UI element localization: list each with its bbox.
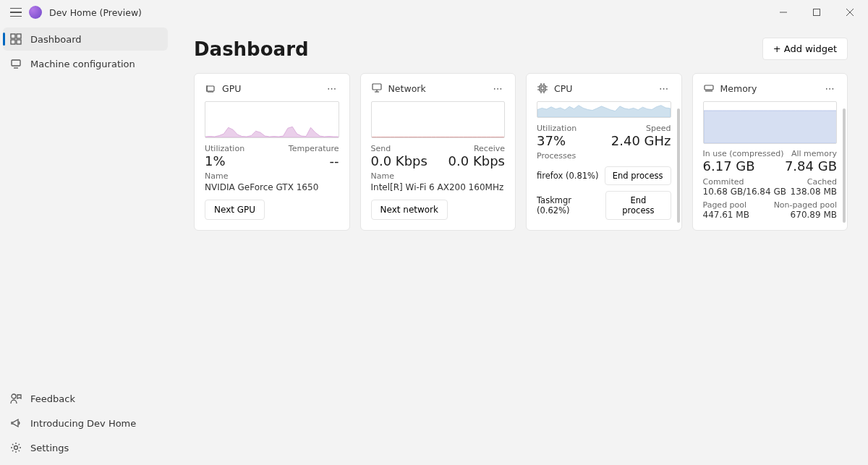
feedback-icon <box>10 393 22 404</box>
titlebar: Dev Home (Preview) <box>0 0 868 25</box>
widget-network: Network ⋯ Send Receive 0.0 Kbps 0.0 Kbps… <box>360 73 516 231</box>
widget-title: Memory <box>720 83 757 94</box>
svg-rect-21 <box>540 85 545 91</box>
net-name-value: Intel[R] Wi-Fi 6 AX200 160MHz <box>371 182 506 192</box>
svg-rect-4 <box>11 34 15 38</box>
sidebar-item-label: Settings <box>30 443 69 453</box>
memory-chart <box>703 101 838 144</box>
cpu-proc-label: Processes <box>537 151 671 161</box>
net-send-value: 0.0 Kbps <box>371 153 427 168</box>
megaphone-icon <box>10 417 22 429</box>
sidebar-item-label: Feedback <box>30 393 75 404</box>
gpu-chart <box>205 101 339 138</box>
memory-scrollbar[interactable] <box>843 108 846 223</box>
gpu-temp-label: Temperature <box>289 144 339 153</box>
widget-title: CPU <box>554 83 572 94</box>
svg-rect-5 <box>17 34 21 38</box>
svg-rect-18 <box>373 84 381 90</box>
cpu-scrollbar[interactable] <box>677 108 680 223</box>
widget-more-icon[interactable]: ⋯ <box>325 81 339 95</box>
sidebar-item-dashboard[interactable]: Dashboard <box>3 27 168 51</box>
mem-cached-value: 138.08 MB <box>791 187 837 197</box>
close-button[interactable] <box>833 0 867 25</box>
gpu-temp-value: -- <box>330 153 339 168</box>
mem-cached-label: Cached <box>807 177 837 187</box>
network-icon <box>371 82 383 94</box>
app-title: Dev Home (Preview) <box>49 7 142 18</box>
cpu-chart <box>537 101 671 118</box>
sidebar-item-label: Dashboard <box>30 34 82 45</box>
cpu-process-name: Taskmgr (0.62%) <box>537 195 605 216</box>
svg-point-11 <box>14 446 18 450</box>
widget-title: GPU <box>222 83 241 94</box>
cpu-speed-value: 2.40 GHz <box>611 133 671 148</box>
svg-rect-12 <box>207 86 214 91</box>
net-recv-value: 0.0 Kbps <box>448 153 505 168</box>
gpu-name-label: Name <box>205 171 339 181</box>
end-process-button[interactable]: End process <box>605 191 671 220</box>
cpu-util-value: 37% <box>537 133 566 148</box>
maximize-button[interactable] <box>800 0 833 25</box>
mem-all-value: 7.84 GB <box>785 158 837 174</box>
app-logo-icon <box>29 6 42 19</box>
widget-more-icon[interactable]: ⋯ <box>490 81 505 95</box>
gpu-name-value: NVIDIA GeForce GTX 1650 <box>205 182 339 192</box>
net-recv-label: Receive <box>474 144 505 153</box>
widget-more-icon[interactable]: ⋯ <box>822 81 837 95</box>
mem-paged-value: 447.61 MB <box>703 210 749 220</box>
sidebar: Dashboard Machine configuration Feedback… <box>0 25 174 465</box>
sidebar-item-machine-config[interactable]: Machine configuration <box>3 52 168 75</box>
mem-inuse-value: 6.17 GB <box>703 158 755 174</box>
svg-point-10 <box>12 394 16 398</box>
next-network-button[interactable]: Next network <box>371 200 448 220</box>
gear-icon <box>10 442 22 453</box>
svg-rect-7 <box>17 40 21 44</box>
mem-paged-label: Paged pool <box>703 200 747 210</box>
widget-more-icon[interactable]: ⋯ <box>657 81 671 95</box>
mem-all-label: All memory <box>791 149 837 158</box>
widget-gpu: GPU ⋯ Utilization Temperature 1% -- Name… <box>194 73 350 231</box>
net-name-label: Name <box>371 171 506 181</box>
mem-nonpaged-label: Non-paged pool <box>774 200 837 210</box>
sidebar-item-intro[interactable]: Introducing Dev Home <box>3 411 168 435</box>
minimize-button[interactable] <box>767 0 800 25</box>
widget-title: Network <box>388 83 426 94</box>
mem-committed-label: Commited <box>703 177 744 187</box>
svg-rect-31 <box>705 85 713 90</box>
end-process-button[interactable]: End process <box>605 166 671 185</box>
sidebar-item-label: Introducing Dev Home <box>30 418 136 429</box>
mem-inuse-label: In use (compressed) <box>703 149 784 158</box>
sidebar-item-settings[interactable]: Settings <box>3 436 168 459</box>
svg-rect-8 <box>12 60 20 66</box>
gpu-util-value: 1% <box>205 153 226 168</box>
network-chart <box>371 101 506 138</box>
svg-rect-22 <box>541 87 544 90</box>
sidebar-item-label: Machine configuration <box>30 59 135 69</box>
widget-cpu: CPU ⋯ Utilization Speed 37% 2.40 GHz Pro… <box>526 73 682 231</box>
hamburger-menu[interactable] <box>10 7 22 18</box>
widget-memory: Memory ⋯ In use (compressed) All memory … <box>692 73 848 231</box>
dashboard-icon <box>10 33 22 45</box>
main-content: Dashboard + Add widget GPU ⋯ Utilization… <box>174 25 868 465</box>
net-send-label: Send <box>371 144 391 153</box>
sidebar-item-feedback[interactable]: Feedback <box>3 387 168 410</box>
config-icon <box>10 58 22 69</box>
svg-rect-1 <box>814 9 820 16</box>
page-title: Dashboard <box>194 38 309 60</box>
gpu-icon <box>205 82 216 94</box>
cpu-process-name: firefox (0.81%) <box>537 171 599 181</box>
memory-icon <box>703 82 715 94</box>
mem-committed-value: 10.68 GB/16.84 GB <box>703 187 786 197</box>
cpu-speed-label: Speed <box>646 124 671 133</box>
mem-nonpaged-value: 670.89 MB <box>791 210 837 220</box>
svg-rect-6 <box>11 40 15 44</box>
cpu-util-label: Utilization <box>537 124 576 133</box>
add-widget-button[interactable]: + Add widget <box>762 38 848 60</box>
next-gpu-button[interactable]: Next GPU <box>205 200 265 220</box>
gpu-util-label: Utilization <box>205 144 244 153</box>
cpu-icon <box>537 82 548 94</box>
